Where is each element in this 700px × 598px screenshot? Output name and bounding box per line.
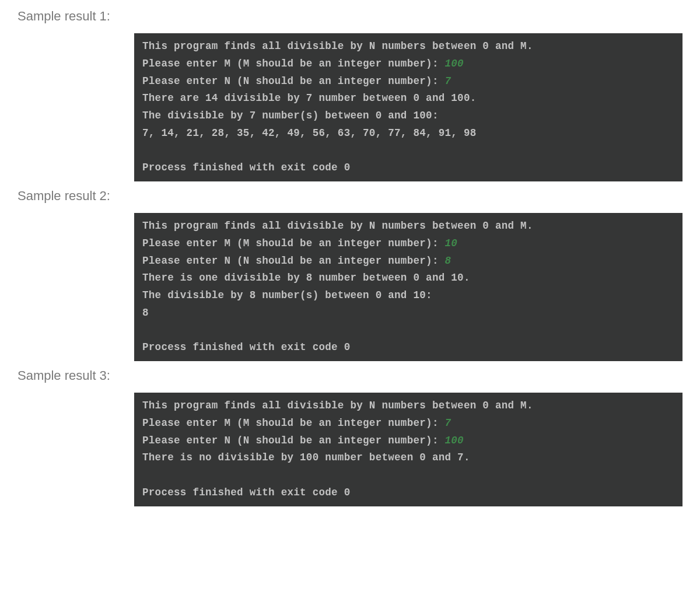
sample-label-2: Sample result 2: bbox=[18, 188, 682, 204]
list-header: The divisible by 7 number(s) between 0 a… bbox=[142, 107, 674, 125]
prompt-m-text: Please enter M (M should be an integer n… bbox=[142, 237, 444, 249]
prompt-m-line: Please enter M (M should be an integer n… bbox=[142, 415, 674, 432]
exit-code-line: Process finished with exit code 0 bbox=[142, 339, 674, 356]
prompt-n-text: Please enter N (N should be an integer n… bbox=[142, 75, 444, 87]
user-input-n: 8 bbox=[444, 255, 451, 267]
sample-result-3: Sample result 3: This program finds all … bbox=[18, 368, 682, 506]
program-description: This program finds all divisible by N nu… bbox=[142, 38, 674, 55]
exit-code-line: Process finished with exit code 0 bbox=[142, 159, 674, 177]
prompt-m-text: Please enter M (M should be an integer n… bbox=[142, 417, 444, 429]
user-input-m: 7 bbox=[444, 417, 451, 429]
blank-line bbox=[142, 322, 674, 340]
user-input-m: 100 bbox=[444, 58, 463, 69]
user-input-m: 10 bbox=[444, 237, 457, 249]
prompt-m-line: Please enter M (M should be an integer n… bbox=[142, 235, 674, 253]
sample-label-3: Sample result 3: bbox=[18, 368, 682, 383]
sample-result-1: Sample result 1: This program finds all … bbox=[18, 9, 682, 181]
user-input-n: 100 bbox=[444, 435, 463, 446]
terminal-output-1: This program finds all divisible by N nu… bbox=[134, 33, 682, 181]
prompt-n-line: Please enter N (N should be an integer n… bbox=[142, 253, 674, 270]
exit-code-line: Process finished with exit code 0 bbox=[142, 484, 674, 502]
prompt-n-line: Please enter N (N should be an integer n… bbox=[142, 432, 674, 450]
count-output: There is one divisible by 8 number betwe… bbox=[142, 270, 674, 287]
prompt-n-line: Please enter N (N should be an integer n… bbox=[142, 73, 674, 90]
numbers-list: 8 bbox=[142, 305, 674, 322]
blank-line bbox=[142, 142, 674, 160]
numbers-list: 7, 14, 21, 28, 35, 42, 49, 56, 63, 70, 7… bbox=[142, 125, 674, 142]
list-header: The divisible by 8 number(s) between 0 a… bbox=[142, 287, 674, 305]
sample-result-2: Sample result 2: This program finds all … bbox=[18, 188, 682, 361]
sample-label-1: Sample result 1: bbox=[18, 9, 682, 24]
terminal-output-3: This program finds all divisible by N nu… bbox=[134, 393, 682, 506]
program-description: This program finds all divisible by N nu… bbox=[142, 397, 674, 415]
program-description: This program finds all divisible by N nu… bbox=[142, 218, 674, 235]
blank-line bbox=[142, 467, 674, 484]
user-input-n: 7 bbox=[444, 75, 451, 87]
terminal-output-2: This program finds all divisible by N nu… bbox=[134, 213, 682, 361]
prompt-m-line: Please enter M (M should be an integer n… bbox=[142, 55, 674, 73]
prompt-m-text: Please enter M (M should be an integer n… bbox=[142, 58, 444, 69]
count-output: There are 14 divisible by 7 number betwe… bbox=[142, 90, 674, 107]
count-output: There is no divisible by 100 number betw… bbox=[142, 449, 674, 467]
prompt-n-text: Please enter N (N should be an integer n… bbox=[142, 255, 444, 267]
prompt-n-text: Please enter N (N should be an integer n… bbox=[142, 435, 444, 446]
